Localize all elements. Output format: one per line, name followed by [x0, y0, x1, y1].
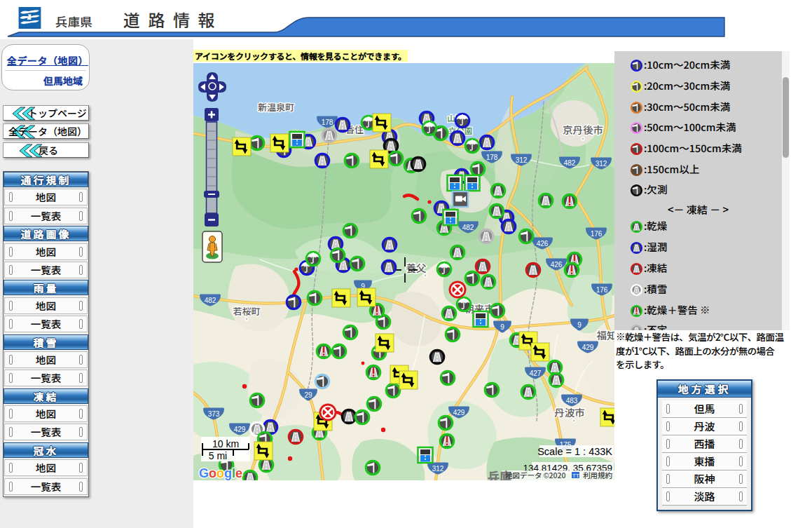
- svg-text:482: 482: [564, 159, 576, 167]
- svg-text:312: 312: [432, 465, 444, 473]
- svg-text:TT: TT: [572, 473, 579, 479]
- svg-text:福知: 福知: [597, 327, 615, 342]
- svg-text:312: 312: [596, 160, 607, 168]
- svg-text:10 km: 10 km: [212, 438, 239, 449]
- svg-text:9: 9: [577, 321, 582, 329]
- svg-text:426: 426: [537, 240, 549, 248]
- svg-text:9: 9: [500, 323, 504, 331]
- svg-text:176: 176: [596, 286, 608, 294]
- svg-text:429: 429: [453, 409, 465, 417]
- svg-text:29: 29: [304, 391, 312, 399]
- svg-text:482: 482: [462, 224, 474, 231]
- svg-text:483: 483: [566, 397, 578, 405]
- svg-text:京丹後市: 京丹後市: [563, 122, 603, 137]
- svg-text:429: 429: [582, 344, 594, 351]
- svg-text:丹波市: 丹波市: [554, 405, 585, 419]
- svg-text:312: 312: [516, 156, 528, 164]
- svg-text:482: 482: [205, 297, 216, 304]
- svg-text:Scale = 1 : 433K: Scale = 1 : 433K: [537, 446, 612, 457]
- svg-text:178: 178: [486, 154, 498, 161]
- svg-text:426: 426: [551, 261, 563, 269]
- svg-text:178: 178: [322, 119, 333, 126]
- svg-text:新温泉町: 新温泉町: [258, 100, 294, 114]
- svg-text:地図データ ©2020: 地図データ ©2020: [505, 470, 566, 480]
- svg-text:373: 373: [208, 410, 220, 418]
- svg-text:若桜町: 若桜町: [233, 304, 260, 318]
- svg-text:5 mi: 5 mi: [209, 450, 227, 461]
- svg-text:429: 429: [234, 426, 246, 433]
- svg-text:Google: Google: [199, 466, 242, 480]
- svg-text:利用規約: 利用規約: [583, 470, 612, 480]
- svg-text:176: 176: [591, 230, 603, 238]
- svg-text:養父: 養父: [406, 260, 427, 275]
- svg-text:427: 427: [530, 370, 542, 377]
